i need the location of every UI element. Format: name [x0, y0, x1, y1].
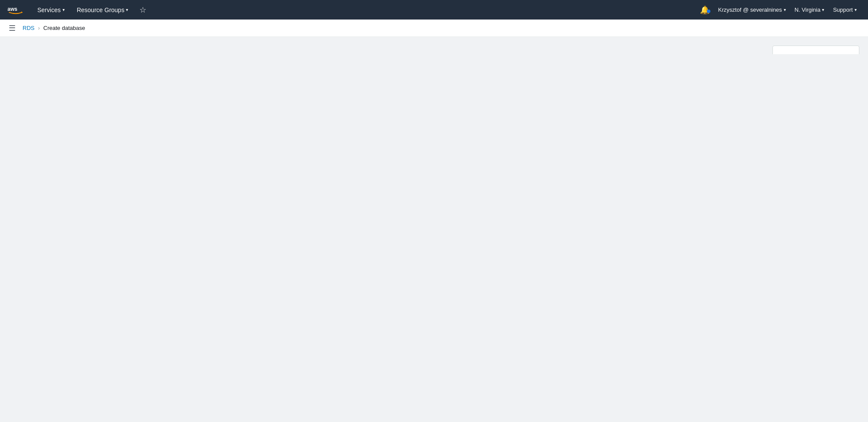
user-menu[interactable]: Krzysztof @ severalnines ▾: [714, 0, 790, 20]
hamburger-icon[interactable]: ☰: [9, 23, 16, 33]
services-label: Services: [37, 7, 61, 13]
user-label: Krzysztof @ severalnines: [718, 7, 782, 13]
support-menu[interactable]: Support ▾: [828, 0, 861, 20]
resource-groups-chevron-icon: ▾: [126, 7, 128, 12]
region-menu[interactable]: N. Virginia ▾: [790, 0, 829, 20]
info-card-text: practice configurations. Some can be cha…: [780, 53, 852, 54]
svg-text:aws: aws: [7, 6, 17, 12]
breadcrumb-rds-link[interactable]: RDS: [23, 25, 34, 31]
favorites-star-icon[interactable]: ☆: [136, 5, 150, 15]
services-chevron-icon: ▾: [63, 7, 65, 12]
region-label: N. Virginia: [795, 7, 821, 13]
breadcrumb-current-page: Create database: [43, 25, 85, 31]
region-chevron-icon: ▾: [822, 7, 824, 12]
right-panel: practice configurations. Some can be cha…: [772, 46, 859, 54]
resource-groups-label: Resource Groups: [77, 7, 125, 13]
breadcrumb-separator: ›: [38, 25, 40, 31]
services-nav-item[interactable]: Services ▾: [33, 0, 69, 20]
breadcrumb-bar: ☰ RDS › Create database: [0, 20, 868, 37]
info-card: practice configurations. Some can be cha…: [772, 46, 859, 54]
support-label: Support: [833, 7, 853, 13]
resource-groups-nav-item[interactable]: Resource Groups ▾: [73, 0, 133, 20]
top-navigation: aws Services ▾ Resource Groups ▾ ☆ 🔔 Krz…: [0, 0, 868, 20]
notification-dot: [707, 10, 710, 13]
main-content: C PostgreSQL 9.6.10-R1PostgreSQL 9.6.11-…: [0, 37, 868, 54]
support-chevron-icon: ▾: [855, 7, 857, 12]
user-chevron-icon: ▾: [784, 7, 786, 12]
nav-right-section: 🔔 Krzysztof @ severalnines ▾ N. Virginia…: [696, 0, 861, 20]
aws-logo[interactable]: aws: [7, 5, 24, 15]
notifications-bell-icon[interactable]: 🔔: [696, 5, 714, 15]
